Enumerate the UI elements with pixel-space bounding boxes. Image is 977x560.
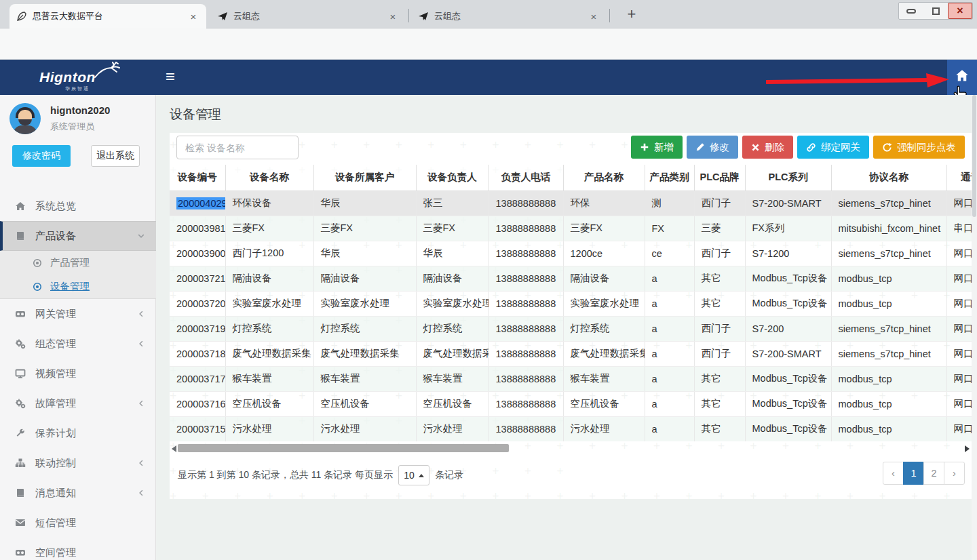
table-cell[interactable]: 空压机设备: [563, 391, 645, 416]
page-size-dropdown[interactable]: 10: [398, 465, 429, 485]
scrollbar-thumb[interactable]: [178, 444, 509, 452]
sidebar-item[interactable]: 故障管理: [0, 388, 156, 418]
table-cell[interactable]: 三菱FX: [225, 216, 313, 241]
table-cell[interactable]: siemens_s7tcp_hinet: [831, 316, 946, 341]
table-cell[interactable]: mitsubishi_fxcom_hinet: [831, 216, 946, 241]
table-cell[interactable]: 废气处理数据采集: [225, 341, 313, 366]
table-cell[interactable]: 13888888888: [488, 416, 563, 441]
table-cell[interactable]: 13888888888: [488, 366, 563, 391]
table-row[interactable]: 200003720实验室废水处理实验室废水处理实验室废水处理1388888888…: [170, 291, 972, 316]
table-cell[interactable]: a: [645, 266, 694, 291]
sidebar-item[interactable]: 视频管理: [0, 359, 156, 388]
table-cell[interactable]: 环保: [563, 191, 645, 216]
table-cell[interactable]: 西门子: [694, 191, 745, 216]
table-cell[interactable]: Modbus_Tcp设备: [745, 366, 831, 391]
table-cell[interactable]: S7-1200: [745, 241, 831, 266]
table-cell[interactable]: 灯控系统: [563, 316, 645, 341]
table-cell[interactable]: 实验室废水处理: [563, 291, 645, 316]
column-header[interactable]: 产品名称: [563, 165, 645, 191]
table-cell[interactable]: 环保设备: [225, 191, 313, 216]
table-cell[interactable]: 猴车装置: [313, 366, 416, 391]
table-cell[interactable]: 猴车装置: [563, 366, 645, 391]
table-cell[interactable]: 空压机设备: [416, 391, 488, 416]
user-avatar[interactable]: [9, 103, 41, 134]
table-cell[interactable]: modbus_tcp: [831, 416, 946, 441]
sidebar-item[interactable]: 短信管理: [0, 508, 156, 538]
table-cell[interactable]: a: [645, 366, 694, 391]
table-cell[interactable]: 13888888888: [488, 291, 563, 316]
table-cell[interactable]: modbus_tcp: [831, 391, 946, 416]
table-row[interactable]: 200003721隔油设备隔油设备隔油设备13888888888隔油设备a其它M…: [170, 266, 972, 291]
table-cell[interactable]: 污水处理: [563, 416, 645, 441]
new-tab-button[interactable]: +: [623, 6, 640, 24]
table-cell[interactable]: 其它: [694, 366, 745, 391]
table-cell[interactable]: 三菱FX: [563, 216, 645, 241]
table-cell[interactable]: 隔油设备: [225, 266, 313, 291]
table-cell[interactable]: 200003718: [170, 341, 225, 366]
table-cell[interactable]: S7-200-SMART: [745, 191, 831, 216]
table-cell[interactable]: 实验室废水处理: [416, 291, 488, 316]
column-header[interactable]: 设备负责人: [416, 165, 488, 191]
sidebar-subitem[interactable]: 产品管理: [0, 251, 156, 275]
table-cell[interactable]: 猴车装置: [416, 366, 488, 391]
table-cell[interactable]: 西门子: [694, 241, 745, 266]
table-cell[interactable]: 200003719: [170, 316, 225, 341]
minimize-button[interactable]: [899, 3, 923, 19]
table-cell[interactable]: 三菱FX: [313, 216, 416, 241]
table-cell[interactable]: 网口: [946, 341, 972, 366]
table-cell[interactable]: S7-200: [745, 316, 831, 341]
menu-toggle-button[interactable]: ≡: [166, 67, 175, 86]
table-cell[interactable]: 串口: [946, 216, 972, 241]
table-cell[interactable]: a: [645, 391, 694, 416]
table-cell[interactable]: a: [645, 416, 694, 441]
table-cell[interactable]: Modbus_Tcp设备: [745, 416, 831, 441]
table-cell[interactable]: a: [645, 341, 694, 366]
column-header[interactable]: PLC品牌: [694, 165, 745, 191]
table-cell[interactable]: 13888888888: [488, 341, 563, 366]
restore-button[interactable]: [923, 3, 948, 19]
table-cell[interactable]: 13888888888: [488, 191, 563, 216]
table-row[interactable]: 200004029环保设备华辰张三13888888888环保测西门子S7-200…: [170, 191, 972, 216]
table-cell[interactable]: 200003981: [170, 216, 225, 241]
table-row[interactable]: 200003981三菱FX三菱FX三菱FX13888888888三菱FXFX三菱…: [170, 216, 972, 241]
table-cell[interactable]: 三菱FX: [416, 216, 488, 241]
table-cell[interactable]: 网口: [946, 316, 972, 341]
table-cell[interactable]: 13888888888: [488, 241, 563, 266]
table-cell[interactable]: FX系列: [745, 216, 831, 241]
table-cell[interactable]: 13888888888: [488, 391, 563, 416]
column-header[interactable]: 协议名称: [831, 165, 946, 191]
sidebar-item[interactable]: 系统总览: [0, 191, 156, 221]
table-cell[interactable]: 华辰: [313, 241, 416, 266]
search-input[interactable]: [176, 136, 299, 159]
table-cell[interactable]: 空压机设备: [225, 391, 313, 416]
change-password-button[interactable]: 修改密码: [12, 145, 71, 167]
table-cell[interactable]: 200003716: [170, 391, 225, 416]
table-cell[interactable]: 200003900: [170, 241, 225, 266]
table-cell[interactable]: 张三: [416, 191, 488, 216]
prev-page-button[interactable]: ‹: [883, 462, 904, 485]
table-cell[interactable]: 隔油设备: [416, 266, 488, 291]
tab-close-button[interactable]: ×: [187, 11, 199, 22]
table-cell[interactable]: 200003721: [170, 266, 225, 291]
browser-tab[interactable]: 云组态×: [210, 4, 406, 28]
table-cell[interactable]: ce: [645, 241, 694, 266]
table-cell[interactable]: siemens_s7tcp_hinet: [831, 341, 946, 366]
scroll-left-icon[interactable]: [172, 445, 176, 452]
browser-tab[interactable]: 思普云大数据平台×: [9, 4, 206, 28]
force-sync-button[interactable]: 强制同步点表: [873, 136, 965, 159]
column-header[interactable]: PLC系列: [745, 165, 831, 191]
table-cell[interactable]: 其它: [694, 391, 745, 416]
sidebar-item[interactable]: 组态管理: [0, 329, 156, 359]
table-cell[interactable]: 其它: [694, 266, 745, 291]
sidebar-item[interactable]: 消息通知: [0, 478, 156, 508]
table-cell[interactable]: 200003715: [170, 416, 225, 441]
table-cell[interactable]: S7-200-SMART: [745, 341, 831, 366]
column-header[interactable]: 设备所属客户: [313, 165, 416, 191]
table-cell[interactable]: siemens_s7tcp_hinet: [831, 191, 946, 216]
column-header[interactable]: 产品类别: [645, 165, 694, 191]
tab-close-button[interactable]: ×: [387, 11, 399, 22]
table-cell[interactable]: 13888888888: [488, 266, 563, 291]
table-cell[interactable]: a: [645, 291, 694, 316]
sidebar-subitem[interactable]: 设备管理: [0, 275, 156, 298]
table-cell[interactable]: 废气处理数据采集: [563, 341, 645, 366]
